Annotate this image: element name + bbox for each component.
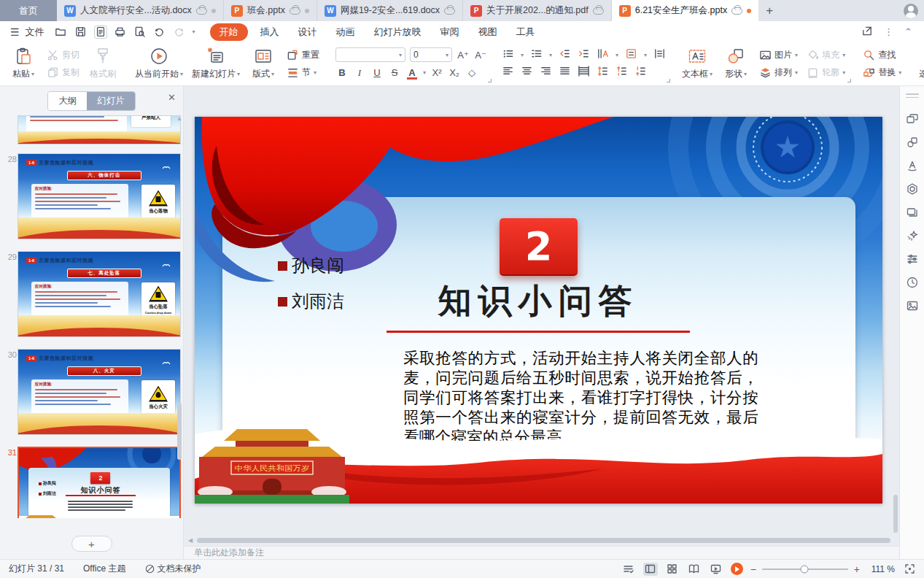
section-button[interactable]: 节▾: [284, 65, 322, 80]
italic-button[interactable]: I: [353, 66, 366, 80]
smart-assistant-icon[interactable]: [906, 182, 919, 196]
slide-sorter-view-icon[interactable]: [665, 563, 680, 576]
decrease-indent-button[interactable]: [559, 47, 571, 63]
wordart-icon[interactable]: [906, 159, 919, 172]
paste-button[interactable]: 粘贴▾: [4, 42, 42, 85]
section-number-badge[interactable]: 2: [500, 218, 578, 276]
slide-body-textbox[interactable]: 采取抢答的方式，活动开始主持人将关闭全部人的麦，问完问题后给五秒时间思索，说开始…: [403, 349, 758, 447]
layers-icon[interactable]: [906, 206, 919, 219]
zoom-percentage[interactable]: 111 %: [867, 564, 895, 574]
copy-button[interactable]: 复制: [44, 65, 82, 80]
image-library-icon[interactable]: [906, 299, 919, 312]
text-direction-button[interactable]: [597, 47, 609, 63]
justify-button[interactable]: [559, 65, 571, 80]
paragraph-dialog-launcher[interactable]: [667, 79, 670, 82]
document-protection[interactable]: 文档未保护: [145, 563, 201, 575]
distribute-button[interactable]: [578, 65, 590, 80]
slideshow-view-icon[interactable]: [709, 563, 723, 576]
save-icon[interactable]: [74, 26, 88, 39]
redo-icon[interactable]: [173, 26, 186, 39]
thumbnail-slide-28[interactable]: 1-6主要危险源和应对措施 六、物体打击 应对措施: 当心落物: [18, 153, 181, 239]
numbering-button[interactable]: [530, 47, 543, 63]
align-right-button[interactable]: [540, 65, 552, 80]
reset-slide-button[interactable]: 重置: [284, 47, 322, 63]
replace-button[interactable]: 替换▾: [860, 65, 904, 80]
picture-button[interactable]: 图片▾: [756, 47, 801, 63]
menu-tab-tools[interactable]: 工具: [507, 23, 545, 41]
zoom-in-button[interactable]: +: [854, 563, 860, 575]
font-family-combobox[interactable]: ▾: [335, 47, 405, 62]
scroll-left-icon[interactable]: ◀: [188, 537, 193, 544]
increase-font-button[interactable]: A⁺: [457, 47, 470, 62]
scrollbar-thumb[interactable]: [197, 538, 890, 543]
export-pdf-icon[interactable]: [94, 26, 107, 39]
start-from-current-button[interactable]: 从当前开始▾: [131, 42, 187, 85]
paragraph-spacing-decrease-button[interactable]: [634, 65, 647, 80]
thumbnail-scrollbar[interactable]: ▲: [177, 118, 182, 514]
theme-name[interactable]: Office 主题: [83, 563, 125, 575]
share-icon[interactable]: [861, 25, 874, 39]
paragraph-spacing-increase-button[interactable]: [616, 65, 628, 80]
subscript-button[interactable]: X₂: [448, 66, 461, 80]
editor-vertical-scrollbar[interactable]: [893, 495, 898, 533]
file-menu[interactable]: 文件: [26, 26, 44, 39]
reading-view-icon[interactable]: [687, 563, 702, 576]
more-options-icon[interactable]: ⋮: [884, 26, 894, 37]
thumbnail-slide-31-selected[interactable]: 孙良闯 刘雨洁 2 知识小问答: [18, 447, 181, 518]
slide-panels-icon[interactable]: [906, 112, 919, 126]
clear-format-button[interactable]: ◇: [465, 66, 478, 80]
editor-horizontal-scrollbar[interactable]: ◀: [187, 537, 892, 544]
doc-tab-2[interactable]: P 班会.pptx: [224, 0, 317, 21]
print-icon[interactable]: [114, 26, 127, 39]
notes-bar[interactable]: 单击此处添加备注: [184, 546, 899, 559]
line-spacing-button[interactable]: [597, 65, 609, 80]
close-panel-icon[interactable]: ✕: [168, 92, 176, 103]
cut-button[interactable]: 剪切: [44, 47, 82, 63]
align-left-button[interactable]: [502, 65, 514, 80]
effects-icon[interactable]: [906, 229, 919, 242]
shape-button[interactable]: 形状▾: [717, 42, 755, 85]
hamburger-menu-icon[interactable]: ☰: [10, 26, 20, 38]
font-color-dropdown-icon[interactable]: ▾: [423, 69, 426, 76]
shapes-icon[interactable]: [906, 136, 919, 149]
outline-tab[interactable]: 大纲: [48, 92, 87, 110]
new-tab-button[interactable]: +: [758, 0, 780, 21]
quick-access-dropdown-icon[interactable]: ▾: [193, 28, 195, 35]
zoom-slider[interactable]: [762, 569, 848, 570]
slide-title[interactable]: 知识小问答: [383, 279, 694, 324]
slide-canvas[interactable]: 孙良闯 刘雨洁 2 知识小问答 采取抢答的方式，活动开始主持人将关闭全部人的麦，…: [195, 117, 882, 504]
zoom-out-button[interactable]: −: [750, 563, 756, 575]
align-text-button[interactable]: [625, 47, 637, 63]
underline-button[interactable]: U: [370, 66, 384, 80]
arrange-button[interactable]: 排列▾: [756, 65, 801, 80]
outline-button[interactable]: 轮廓▾: [804, 65, 848, 80]
open-file-icon[interactable]: [55, 26, 68, 39]
font-dialog-launcher[interactable]: [488, 79, 492, 82]
drawing-dialog-launcher[interactable]: [847, 79, 851, 82]
layout-button[interactable]: 版式▾: [244, 42, 282, 85]
adjust-settings-icon[interactable]: [906, 253, 919, 266]
undo-icon[interactable]: [153, 26, 166, 39]
strikethrough-button[interactable]: S: [388, 66, 401, 80]
decrease-font-button[interactable]: A⁻: [474, 47, 487, 62]
bullets-button[interactable]: [502, 47, 514, 63]
menu-tab-review[interactable]: 审阅: [431, 23, 469, 41]
thumbnail-slide-29[interactable]: 1-6主要危险源和应对措施 七、高处坠落 应对措施: 当心坠落 Caution,…: [18, 251, 181, 337]
textbox-button[interactable]: 文本框▾: [678, 42, 717, 85]
fit-slide-icon[interactable]: [902, 563, 917, 576]
zoom-slider-knob[interactable]: [800, 565, 808, 573]
text-columns-button[interactable]: [653, 47, 666, 63]
doc-tab-3[interactable]: W 网媒19-2安全...619.docx: [317, 0, 463, 21]
slides-tab[interactable]: 幻灯片: [87, 92, 135, 110]
scrollbar-thumb[interactable]: [177, 403, 182, 460]
new-slide-button[interactable]: 新建幻灯片▾: [187, 42, 244, 85]
rail-drag-handle[interactable]: [906, 93, 919, 100]
bold-button[interactable]: B: [335, 66, 349, 80]
fill-button[interactable]: 填充▾: [804, 47, 848, 63]
print-preview-icon[interactable]: [133, 26, 147, 39]
scroll-up-icon[interactable]: ▲: [176, 115, 182, 122]
menu-tab-home[interactable]: 开始: [210, 23, 248, 41]
menu-tab-slideshow[interactable]: 幻灯片放映: [365, 23, 431, 41]
presenter-names-textbox[interactable]: 孙良闯 刘雨洁: [278, 255, 344, 327]
font-size-combobox[interactable]: 0▾: [410, 47, 452, 62]
